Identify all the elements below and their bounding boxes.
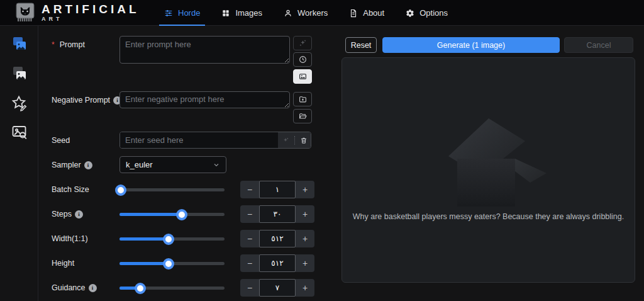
randomize-seed-button[interactable] <box>279 134 292 147</box>
decrement-button[interactable]: − <box>240 181 259 198</box>
folder-download-icon <box>299 95 307 103</box>
tab-about[interactable]: About <box>344 0 389 26</box>
generate-random-prompt-button[interactable] <box>293 36 312 50</box>
batch-size-value[interactable]: ١ <box>259 181 296 198</box>
prompt-label: * Prompt <box>52 40 85 49</box>
nav-tabs: Horde Images Workers About <box>159 0 453 26</box>
increment-button[interactable]: + <box>296 205 314 223</box>
increment-button[interactable]: + <box>296 254 314 272</box>
guidance-stepper: − ٧ + <box>240 279 314 297</box>
joke-text: Why are basketball players messy eaters?… <box>342 212 635 221</box>
result-panel: Why are basketball players messy eaters?… <box>341 57 635 283</box>
sidebar <box>0 26 38 301</box>
decrement-button[interactable]: − <box>240 205 259 223</box>
clear-seed-button[interactable] <box>297 134 310 147</box>
sidebar-item-generate-images[interactable] <box>11 35 28 53</box>
seed-input[interactable] <box>120 132 278 148</box>
increment-button[interactable]: + <box>296 181 314 198</box>
brand-title: ARTIFICIAL <box>42 3 140 15</box>
tab-options[interactable]: Options <box>401 0 453 26</box>
guidance-value[interactable]: ٧ <box>259 279 296 297</box>
steps-stepper: − ٣٠ + <box>240 205 314 223</box>
sampler-select[interactable]: k_euler <box>119 156 226 173</box>
width-slider[interactable] <box>119 237 225 241</box>
artificial-art-app: ARTIFICIAL ART Horde Images W <box>0 0 644 301</box>
prompt-image-toggle-button[interactable] <box>293 69 312 84</box>
sparkle-icon <box>282 137 289 144</box>
chevron-down-icon <box>213 161 220 169</box>
photos-stack-icon <box>11 65 28 82</box>
seed-addon <box>278 132 311 148</box>
slider-handle[interactable] <box>163 234 174 245</box>
clock-icon <box>299 55 307 64</box>
height-stepper: − ٥١٢ + <box>240 254 314 272</box>
sampler-label: Sampler i <box>52 161 92 169</box>
steps-label: Steps i <box>52 210 83 219</box>
decrement-button[interactable]: − <box>240 279 259 297</box>
save-negative-prompt-button[interactable] <box>293 92 312 106</box>
tab-label: Horde <box>178 8 200 18</box>
height-label: Height <box>52 259 74 268</box>
cancel-button: Cancel <box>564 37 633 53</box>
sidebar-item-interrogate[interactable] <box>11 123 28 141</box>
slider-handle[interactable] <box>163 258 174 270</box>
photos-stack-icon <box>11 35 28 53</box>
brand-text: ARTIFICIAL ART <box>42 3 140 22</box>
steps-slider[interactable] <box>119 213 225 216</box>
required-asterisk: * <box>52 40 55 49</box>
batch-size-stepper: − ١ + <box>240 181 314 198</box>
tab-horde[interactable]: Horde <box>159 0 205 26</box>
person-icon <box>284 9 292 18</box>
batch-size-label: Batch Size <box>52 185 89 194</box>
width-stepper: − ٥١٢ + <box>240 230 314 247</box>
document-icon <box>349 9 358 18</box>
tab-images[interactable]: Images <box>216 0 267 26</box>
brand-logo[interactable]: ARTIFICIAL ART <box>14 2 140 23</box>
seed-field-group <box>119 132 311 149</box>
negative-prompt-input[interactable] <box>119 91 290 108</box>
tab-label: Images <box>235 8 262 18</box>
slider-fill <box>119 262 169 265</box>
image-search-icon <box>11 123 28 141</box>
tab-label: Workers <box>297 8 328 18</box>
folder-open-icon <box>299 112 307 120</box>
slider-fill <box>119 237 169 241</box>
brand-subtitle: ART <box>42 16 140 22</box>
image-icon <box>299 72 307 81</box>
cat-chip-logo-icon <box>14 2 36 23</box>
load-negative-prompt-button[interactable] <box>293 109 312 123</box>
prompt-input[interactable] <box>119 36 290 64</box>
tab-workers[interactable]: Workers <box>279 0 333 26</box>
gear-icon <box>406 9 414 18</box>
tab-label: Options <box>419 8 448 18</box>
height-slider[interactable] <box>119 262 225 265</box>
height-value[interactable]: ٥١٢ <box>259 254 296 272</box>
sidebar-item-rate-images[interactable] <box>11 94 28 112</box>
decrement-button[interactable]: − <box>240 230 259 247</box>
batch-size-slider[interactable] <box>119 188 225 191</box>
divider <box>294 136 295 145</box>
generate-button[interactable]: Generate (1 image) <box>382 37 560 53</box>
negative-prompt-label: Negative Prompt i <box>52 96 121 105</box>
increment-button[interactable]: + <box>296 230 314 247</box>
width-value[interactable]: ٥١٢ <box>259 230 296 247</box>
reset-button[interactable]: Reset <box>345 37 377 53</box>
slider-handle[interactable] <box>115 185 126 196</box>
slider-handle[interactable] <box>176 209 187 220</box>
info-icon[interactable]: i <box>84 161 92 169</box>
prompt-history-button[interactable] <box>293 52 312 67</box>
guidance-slider[interactable] <box>119 287 225 290</box>
sampler-selected-value: k_euler <box>126 160 153 169</box>
trash-icon <box>300 137 308 144</box>
decrement-button[interactable]: − <box>240 254 259 272</box>
steps-value[interactable]: ٣٠ <box>259 205 296 223</box>
info-icon[interactable]: i <box>89 284 97 292</box>
slider-handle[interactable] <box>135 283 146 294</box>
grid-icon <box>221 9 230 18</box>
info-icon[interactable]: i <box>75 210 83 219</box>
tab-label: About <box>363 8 384 18</box>
guidance-label: Guidance i <box>52 283 97 292</box>
sidebar-item-image-gallery[interactable] <box>11 65 28 82</box>
star-pencil-icon <box>11 94 28 112</box>
increment-button[interactable]: + <box>296 279 314 297</box>
